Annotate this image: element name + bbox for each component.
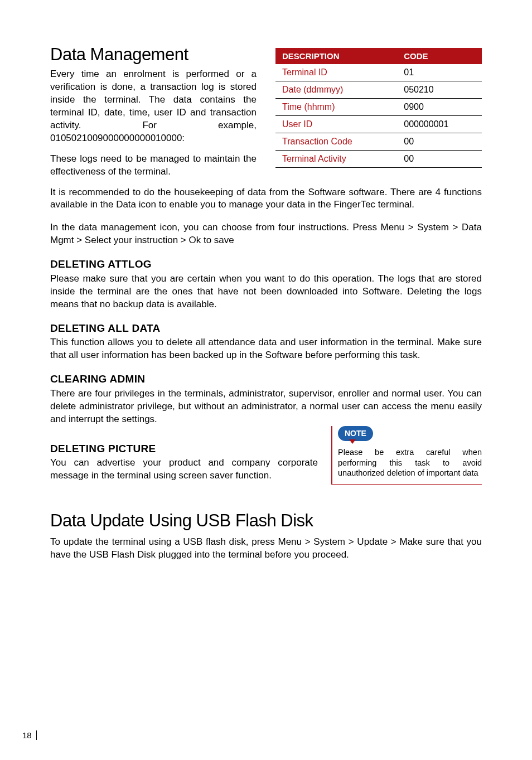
code-table-wrap: DESCRIPTION CODE Terminal ID01 Date (ddm… <box>275 48 482 168</box>
intro-paragraph-2: These logs need to be managed to maintai… <box>50 153 257 178</box>
cell-code: 01 <box>397 64 482 81</box>
paragraph-deleting-picture: You can advertise your product and compa… <box>50 457 318 482</box>
table-row: Terminal ID01 <box>275 64 482 81</box>
cell-desc: Time (hhmm) <box>275 99 397 116</box>
note-tail-icon <box>349 439 356 444</box>
full-width-body: It is recommended to do the housekeeping… <box>50 186 482 561</box>
paragraph-recommend: It is recommended to do the housekeeping… <box>50 186 482 212</box>
intro-left-column: Every time an enrolment is performed or … <box>50 68 257 178</box>
cell-desc: Terminal ID <box>275 64 397 81</box>
paragraph-deleting-all-data: This function allows you to delete all a… <box>50 336 482 362</box>
paragraph-deleting-attlog: Please make sure that you are certain wh… <box>50 273 482 311</box>
cell-code: 00 <box>397 151 482 168</box>
cell-code: 0900 <box>397 99 482 116</box>
cell-desc: Transaction Code <box>275 133 397 151</box>
cell-desc: Terminal Activity <box>275 151 397 168</box>
cell-code: 050210 <box>397 81 482 99</box>
deleting-picture-left: DELETING PICTURE You can advertise your … <box>50 436 318 493</box>
cell-desc: Date (ddmmyy) <box>275 81 397 99</box>
top-section: Data Management Every time an enrolment … <box>50 45 482 178</box>
cell-code: 00 <box>397 133 482 151</box>
table-row: Terminal Activity00 <box>275 151 482 168</box>
paragraph-clearing-admin: There are four privileges in the termina… <box>50 388 482 426</box>
heading-data-update-usb: Data Update Using USB Flash Disk <box>50 509 482 533</box>
table-row: User ID000000001 <box>275 116 482 133</box>
subhead-clearing-admin: CLEARING ADMIN <box>50 372 482 386</box>
subhead-deleting-picture: DELETING PICTURE <box>50 442 318 456</box>
paragraph-usb: To update the terminal using a USB flash… <box>50 536 482 561</box>
table-row: Time (hhmm)0900 <box>275 99 482 116</box>
code-table: DESCRIPTION CODE Terminal ID01 Date (ddm… <box>275 48 482 168</box>
deleting-picture-row: DELETING PICTURE You can advertise your … <box>50 436 482 493</box>
note-label: NOTE <box>338 426 373 441</box>
cell-code: 000000001 <box>397 116 482 133</box>
subhead-deleting-all-data: DELETING ALL DATA <box>50 321 482 336</box>
page-number: 18 <box>22 730 37 740</box>
intro-paragraph-1: Every time an enrolment is performed or … <box>50 68 257 145</box>
cell-desc: User ID <box>275 116 397 133</box>
table-header-description: DESCRIPTION <box>275 48 397 64</box>
note-label-wrap: NOTE <box>338 426 482 445</box>
paragraph-instructions: In the data management icon, you can cho… <box>50 221 482 247</box>
table-header-code: CODE <box>397 48 482 64</box>
subhead-deleting-attlog: DELETING ATTLOG <box>50 257 482 272</box>
table-row: Transaction Code00 <box>275 133 482 151</box>
note-box: NOTE Please be extra careful when perfor… <box>331 426 482 485</box>
table-row: Date (ddmmyy)050210 <box>275 81 482 99</box>
note-text: Please be extra careful when performing … <box>338 447 482 479</box>
